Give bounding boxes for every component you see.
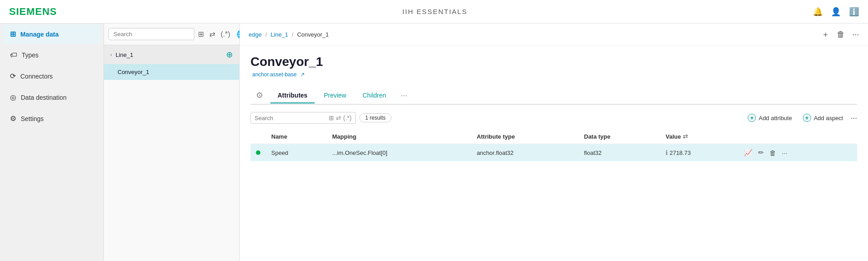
tab-children[interactable]: Children — [355, 88, 393, 103]
info-icon[interactable]: ℹ️ — [849, 7, 859, 17]
add-attribute-label: Add attribute — [759, 115, 792, 121]
sidebar-label-data-destination: Data destination — [21, 94, 66, 101]
main-layout: ⊞ Manage data 🏷 Types ⟳ Connectors ◎ Dat… — [0, 23, 868, 261]
target-icon: ◎ — [10, 93, 16, 102]
tree-item-conveyor1-label: Conveyor_1 — [118, 69, 149, 75]
tree-filter-icon[interactable]: ⊞ — [196, 29, 206, 39]
tag-icon: 🏷 — [10, 51, 17, 59]
left-panel: ⊞ ⇄ (.*) 🌐 ‹ Line_1 ⊕ Conveyor_1 — [104, 23, 240, 261]
row-action-buttons: 📈 ✏ 🗑 ··· — [744, 149, 852, 157]
breadcrumb-conveyor1: Conveyor_1 — [297, 31, 329, 38]
detail-content: Conveyor_1 anchor.asset-base ↗ ⚙ Attribu… — [240, 46, 868, 261]
tree-search-bar: ⊞ ⇄ (.*) 🌐 — [104, 23, 239, 45]
add-aspect-button[interactable]: + Add aspect — [799, 112, 847, 124]
tab-more-button[interactable]: ··· — [397, 87, 411, 104]
add-aspect-plus-icon: + — [803, 114, 811, 122]
add-attribute-button[interactable]: + Add attribute — [744, 112, 796, 124]
tree-regex-icon[interactable]: (.*) — [219, 29, 232, 39]
tree-item-line1-label: Line_1 — [116, 51, 133, 58]
row-attr-type-cell: anchor.float32 — [471, 144, 578, 162]
breadcrumb-sep-1: / — [265, 31, 267, 38]
detail-subtitle-text: anchor.asset-base — [252, 71, 297, 78]
sidebar-label-settings: Settings — [21, 115, 44, 122]
add-attribute-plus-icon: + — [748, 114, 756, 122]
top-header: SIEMENS IIH ESSENTIALS 🔔 👤 ℹ️ — [0, 0, 868, 23]
tabs: ⚙ Attributes Preview Children ··· — [250, 87, 857, 105]
row-name-cell: Speed — [266, 144, 327, 162]
attr-sort-icon[interactable]: ⇄ — [336, 114, 341, 121]
tab-gear-button[interactable]: ⚙ — [250, 87, 269, 105]
row-mapping-cell: ...im.OneSec.Float[0] — [327, 144, 472, 162]
results-badge: 1 results — [359, 113, 392, 122]
row-status-cell — [250, 144, 266, 162]
app-title: IIH ESSENTIALS — [402, 8, 467, 15]
col-header-mapping: Mapping — [327, 129, 472, 144]
attr-search-input[interactable] — [255, 115, 327, 121]
breadcrumb-bar: edge / Line_1 / Conveyor_1 ＋ 🗑 ··· — [240, 23, 868, 46]
table-row: Speed ...im.OneSec.Float[0] anchor.float… — [250, 144, 857, 162]
breadcrumb-line1[interactable]: Line_1 — [271, 31, 288, 38]
add-aspect-label: Add aspect — [814, 115, 843, 121]
settings-icon: ⚙ — [10, 114, 16, 123]
detail-subtitle-icon: ↗ — [300, 71, 305, 78]
detail-title: Conveyor_1 — [250, 55, 857, 69]
sidebar: ⊞ Manage data 🏷 Types ⟳ Connectors ◎ Dat… — [0, 23, 104, 261]
tree-search-input[interactable] — [108, 28, 194, 40]
attr-table-header: Name Mapping Attribute type Data type — [250, 129, 857, 144]
sidebar-item-data-destination[interactable]: ◎ Data destination — [3, 88, 101, 107]
bell-icon[interactable]: 🔔 — [813, 7, 823, 17]
status-active-dot — [256, 150, 260, 155]
attr-table-body: Speed ...im.OneSec.Float[0] anchor.float… — [250, 144, 857, 162]
share-icon: ⟳ — [10, 72, 16, 80]
tab-preview[interactable]: Preview — [316, 88, 354, 103]
siemens-logo: SIEMENS — [9, 6, 57, 18]
row-more-button[interactable]: ··· — [782, 149, 788, 157]
breadcrumb-edge[interactable]: edge — [249, 31, 262, 38]
value-sort-icon[interactable]: ⇄ — [683, 133, 688, 140]
tree-item-line1[interactable]: ‹ Line_1 ⊕ — [104, 45, 239, 64]
grid-icon: ⊞ — [10, 30, 16, 38]
tab-attributes[interactable]: Attributes — [270, 88, 315, 103]
breadcrumb-sep-2: / — [292, 31, 294, 38]
attr-table-header-row: Name Mapping Attribute type Data type — [250, 129, 857, 144]
attr-table: Name Mapping Attribute type Data type — [250, 129, 857, 161]
attr-regex-icon[interactable]: (.*) — [343, 114, 352, 121]
sidebar-item-connectors[interactable]: ⟳ Connectors — [3, 66, 101, 86]
detail-subtitle[interactable]: anchor.asset-base ↗ — [250, 71, 857, 78]
tree-item-conveyor1[interactable]: Conveyor_1 — [104, 64, 239, 80]
col-header-data-type: Data type — [579, 129, 660, 144]
tree-item-add-icon[interactable]: ⊕ — [226, 50, 233, 60]
attr-toolbar: ⊞ ⇄ (.*) 1 results + Add attribute + Add… — [250, 112, 857, 124]
value-info-icon: ℹ — [665, 149, 668, 156]
header-icons: 🔔 👤 ℹ️ — [813, 7, 859, 17]
col-header-actions — [739, 129, 857, 144]
row-edit-button[interactable]: ✏ — [758, 149, 764, 157]
col-header-value: Value ⇄ — [660, 129, 739, 144]
row-value-text: 2718.73 — [670, 149, 691, 156]
sidebar-label-types: Types — [22, 51, 38, 59]
add-button[interactable]: ＋ — [821, 29, 830, 40]
chevron-left-icon: ‹ — [110, 52, 112, 57]
right-panel: edge / Line_1 / Conveyor_1 ＋ 🗑 ··· Conve… — [240, 23, 868, 261]
row-value-cell: ℹ 2718.73 — [660, 144, 739, 162]
sidebar-item-manage-data[interactable]: ⊞ Manage data — [3, 24, 101, 44]
profile-icon[interactable]: 👤 — [831, 7, 841, 17]
row-data-type-cell: float32 — [579, 144, 660, 162]
attr-search-bar: ⊞ ⇄ (.*) — [250, 112, 356, 124]
content-area: ⊞ ⇄ (.*) 🌐 ‹ Line_1 ⊕ Conveyor_1 edge / … — [104, 23, 868, 261]
row-delete-button[interactable]: 🗑 — [769, 149, 776, 157]
breadcrumb-actions: ＋ 🗑 ··· — [821, 29, 859, 40]
attr-filter-icon[interactable]: ⊞ — [329, 114, 334, 121]
col-header-name: Name — [266, 129, 327, 144]
row-chart-button[interactable]: 📈 — [744, 149, 753, 157]
col-header-attribute-type: Attribute type — [471, 129, 578, 144]
row-actions-cell: 📈 ✏ 🗑 ··· — [739, 144, 857, 162]
sidebar-label-connectors: Connectors — [20, 73, 53, 80]
attr-more-options-button[interactable]: ··· — [850, 113, 857, 123]
sidebar-label-manage-data: Manage data — [20, 31, 59, 38]
delete-button[interactable]: 🗑 — [837, 30, 845, 39]
sidebar-item-types[interactable]: 🏷 Types — [3, 46, 101, 65]
more-options-button[interactable]: ··· — [852, 30, 859, 39]
tree-sort-icon[interactable]: ⇄ — [208, 29, 217, 39]
sidebar-item-settings[interactable]: ⚙ Settings — [3, 109, 101, 128]
